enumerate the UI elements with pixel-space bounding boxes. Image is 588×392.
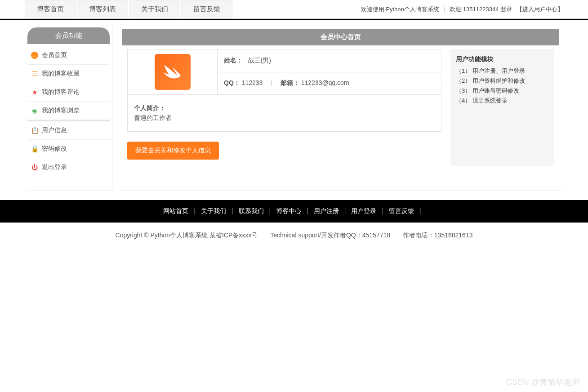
sidebar-item-home[interactable]: ⌂ 会员首页 <box>27 46 110 65</box>
system-name: Python个人博客系统 <box>386 6 439 13</box>
content-body: 姓名： 战三(男) QQ： 112233 | 邮箱： 112233@qq.com <box>122 45 559 169</box>
panel-item: （4） 退出系统登录 <box>456 96 548 106</box>
main-wrap: 会员功能 ⌂ 会员首页 ☰ 我的博客收藏 ★ 我的博客评论 ◉ 我的博客浏览 📋 <box>0 20 588 196</box>
footer-link-feedback[interactable]: 留言反馈 <box>389 207 414 215</box>
footer-link-login[interactable]: 用户登录 <box>351 207 376 215</box>
contact-row: QQ： 112233 | 邮箱： 112233@qq.com <box>218 72 441 95</box>
sidebar-item-label: 我的博客评论 <box>42 88 80 96</box>
footer-sep: | <box>344 207 346 215</box>
footer-sep: | <box>419 207 421 215</box>
footer-link-about[interactable]: 关于我们 <box>201 207 226 215</box>
name-label: 姓名： <box>224 57 243 64</box>
nav-left: 博客首页 博客列表 关于我们 留言反馈 <box>25 0 232 18</box>
nav-divider: | <box>444 6 445 13</box>
panel-item: （2） 用户资料维护和修改 <box>456 76 548 86</box>
home-icon: ⌂ <box>31 52 38 59</box>
panel-list: （1） 用户注册、用户登录 （2） 用户资料维护和修改 （3） 用户账号密码修改… <box>456 66 548 106</box>
sidebar-item-comments[interactable]: ★ 我的博客评论 <box>27 83 110 102</box>
email-label: 邮箱： <box>281 79 299 86</box>
sidebar-item-label: 密码修改 <box>42 145 67 153</box>
profile-box: 姓名： 战三(男) QQ： 112233 | 邮箱： 112233@qq.com <box>127 49 441 166</box>
sidebar-item-password[interactable]: 🔒 密码修改 <box>27 140 110 158</box>
sidebar-item-label: 退出登录 <box>42 163 67 171</box>
footer-link-home[interactable]: 网站首页 <box>163 207 188 215</box>
profile-table: 姓名： 战三(男) QQ： 112233 | 邮箱： 112233@qq.com <box>127 49 441 132</box>
author-tel: 作者电话：13516821613 <box>403 232 473 239</box>
sidebar-title: 会员功能 <box>27 27 110 44</box>
panel-item: （3） 用户账号密码修改 <box>456 86 548 96</box>
avatar <box>155 54 191 90</box>
footer-sep: | <box>382 207 383 215</box>
copyright-text: Copyright © Python个人博客系统 某省ICP备xxxx号 <box>116 232 258 239</box>
user-center-link[interactable]: 【进入用户中心】 <box>517 5 563 13</box>
footer-sep: | <box>232 207 233 215</box>
footer-link-contact[interactable]: 联系我们 <box>239 207 264 215</box>
footer-sep: | <box>307 207 308 215</box>
panel-title: 用户功能模块 <box>456 55 548 63</box>
top-nav: 博客首页 博客列表 关于我们 留言反馈 欢迎使用 Python个人博客系统 | … <box>0 0 588 19</box>
sidebar-item-browse[interactable]: ◉ 我的博客浏览 <box>27 102 110 120</box>
footer-sep: | <box>194 207 196 215</box>
bio-cell: 个人简介： 普通的工作者 <box>128 95 441 132</box>
sidebar-item-label: 我的博客收藏 <box>42 70 80 78</box>
footer-link-blog[interactable]: 博客中心 <box>276 207 301 215</box>
nav-about-us[interactable]: 关于我们 <box>129 0 180 18</box>
power-icon: ⏻ <box>31 164 38 171</box>
nav-feedback[interactable]: 留言反馈 <box>181 0 232 18</box>
bio-value: 普通的工作者 <box>134 113 435 123</box>
star-icon: ★ <box>31 89 38 96</box>
swift-bird-icon <box>160 60 185 85</box>
info-panel: 用户功能模块 （1） 用户注册、用户登录 （2） 用户资料维护和修改 （3） 用… <box>450 49 554 166</box>
nav-blog-list[interactable]: 博客列表 <box>77 0 128 18</box>
sidebar: 会员功能 ⌂ 会员首页 ☰ 我的博客收藏 ★ 我的博客评论 ◉ 我的博客浏览 📋 <box>25 25 112 191</box>
footer-links: 网站首页| 关于我们| 联系我们| 博客中心| 用户注册| 用户登录| 留言反馈… <box>0 207 588 215</box>
footer-sep: | <box>269 207 271 215</box>
location-icon: ◉ <box>31 107 38 114</box>
sidebar-group-1: ⌂ 会员首页 ☰ 我的博客收藏 ★ 我的博客评论 ◉ 我的博客浏览 <box>27 46 110 121</box>
welcome-user: 欢迎 13511223344 登录 <box>450 5 512 13</box>
lock-icon: 🔒 <box>31 145 38 152</box>
welcome-prefix: 欢迎使用 <box>361 6 386 13</box>
footer-nav: 网站首页| 关于我们| 联系我们| 博客中心| 用户注册| 用户登录| 留言反馈… <box>0 200 588 223</box>
clipboard-icon: 📋 <box>31 127 38 134</box>
name-row: 姓名： 战三(男) <box>218 49 441 72</box>
user-phone: 13511223344 <box>463 6 499 13</box>
sidebar-group-2: 📋 用户信息 🔒 密码修改 ⏻ 退出登录 <box>27 121 110 176</box>
name-value: 战三(男) <box>248 57 271 64</box>
nav-right: 欢迎使用 Python个人博客系统 | 欢迎 13511223344 登录 【进… <box>361 5 563 13</box>
divider: | <box>271 79 272 86</box>
nav-blog-home[interactable]: 博客首页 <box>25 0 76 18</box>
sidebar-item-label: 我的博客浏览 <box>42 107 80 115</box>
sidebar-item-logout[interactable]: ⏻ 退出登录 <box>27 158 110 176</box>
welcome-user-prefix: 欢迎 <box>450 6 463 13</box>
sidebar-item-userinfo[interactable]: 📋 用户信息 <box>27 121 110 140</box>
login-suffix: 登录 <box>499 6 512 13</box>
qq-label: QQ： <box>224 79 240 86</box>
footer-link-register[interactable]: 用户注册 <box>314 207 339 215</box>
sidebar-item-label: 会员首页 <box>42 51 67 59</box>
email-value: 112233@qq.com <box>301 79 349 86</box>
list-icon: ☰ <box>31 70 38 77</box>
content-title: 会员中心首页 <box>122 29 559 45</box>
copyright: Copyright © Python个人博客系统 某省ICP备xxxx号 Tec… <box>0 223 588 249</box>
sidebar-item-label: 用户信息 <box>42 126 67 134</box>
welcome-text: 欢迎使用 Python个人博客系统 <box>361 5 439 13</box>
edit-profile-button[interactable]: 我要去完善和修改个人信息 <box>127 142 219 160</box>
avatar-cell <box>128 49 218 95</box>
sidebar-item-favorites[interactable]: ☰ 我的博客收藏 <box>27 65 110 83</box>
tech-support: Technical support/开发作者QQ：45157718 <box>270 232 390 239</box>
content-area: 会员中心首页 姓名： <box>118 25 563 191</box>
bio-label: 个人简介： <box>134 103 435 113</box>
panel-item: （1） 用户注册、用户登录 <box>456 66 548 76</box>
qq-value: 112233 <box>242 79 263 86</box>
